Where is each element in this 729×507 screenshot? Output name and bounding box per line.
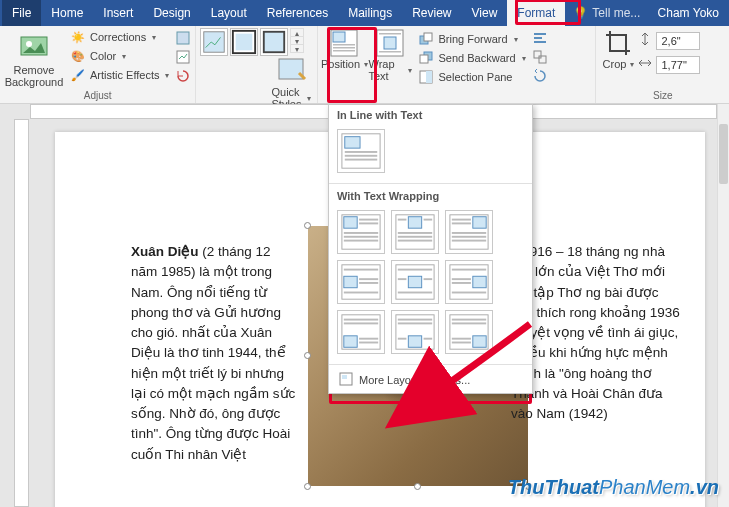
dropdown-section-inline: In Line with Text: [329, 105, 532, 125]
annotation-arrow: [430, 314, 540, 408]
position-option-inline[interactable]: [337, 129, 385, 173]
svg-rect-84: [398, 338, 407, 340]
send-backward-button[interactable]: Send Backward ▾: [414, 49, 529, 67]
artistic-effects-button[interactable]: 🖌️ Artistic Effects ▾: [66, 66, 173, 84]
svg-rect-14: [333, 50, 355, 52]
svg-rect-51: [452, 219, 471, 221]
position-label: Position: [321, 58, 360, 70]
svg-rect-77: [344, 322, 378, 324]
svg-rect-78: [359, 338, 378, 340]
group-size: Crop▾ Size: [596, 26, 729, 103]
tab-format[interactable]: Format: [507, 0, 565, 26]
corrections-icon: ☀️: [70, 29, 86, 45]
svg-rect-81: [408, 336, 421, 347]
tell-me-label: Tell me...: [592, 6, 640, 20]
ribbon: Remove Background ☀️ Corrections ▾ 🎨 Col…: [0, 26, 729, 104]
rotate-icon[interactable]: [532, 68, 548, 86]
svg-rect-47: [398, 236, 432, 238]
position-option[interactable]: [445, 210, 493, 254]
selection-pane-button[interactable]: Selection Pane: [414, 68, 529, 86]
chevron-down-icon: ▾: [152, 33, 156, 42]
more-layout-icon: [339, 372, 353, 388]
svg-rect-75: [344, 336, 357, 347]
tab-references[interactable]: References: [257, 0, 338, 26]
gallery-more-icon[interactable]: ▾: [290, 44, 304, 53]
svg-point-1: [26, 41, 32, 47]
picture-style-thumb[interactable]: [260, 28, 288, 56]
position-option[interactable]: [445, 260, 493, 304]
remove-background-icon: [18, 30, 50, 62]
picture-style-thumb[interactable]: [200, 28, 228, 56]
svg-rect-63: [408, 276, 421, 287]
ruler-vertical[interactable]: [14, 119, 29, 507]
svg-rect-50: [473, 217, 486, 228]
user-account[interactable]: Cham Yoko: [648, 0, 729, 26]
corrections-button[interactable]: ☀️ Corrections ▾: [66, 28, 173, 46]
svg-rect-54: [452, 236, 486, 238]
quick-styles-button[interactable]: Quick Styles▾: [271, 56, 311, 110]
send-backward-icon: [418, 50, 434, 66]
color-button[interactable]: 🎨 Color ▾: [66, 47, 173, 65]
tab-file[interactable]: File: [2, 0, 41, 26]
svg-rect-28: [534, 51, 541, 58]
height-input[interactable]: [656, 32, 700, 50]
svg-rect-29: [539, 56, 546, 63]
tab-insert[interactable]: Insert: [93, 0, 143, 26]
resize-handle[interactable]: [304, 352, 311, 359]
width-input[interactable]: [656, 56, 700, 74]
compress-pictures-icon[interactable]: [175, 30, 191, 48]
tab-review[interactable]: Review: [402, 0, 461, 26]
svg-rect-36: [344, 217, 357, 228]
crop-icon: [602, 28, 634, 58]
position-option[interactable]: [337, 260, 385, 304]
remove-background-button[interactable]: Remove Background: [4, 28, 64, 88]
group-size-label: Size: [600, 89, 725, 103]
change-picture-icon[interactable]: [175, 49, 191, 67]
svg-rect-57: [344, 276, 357, 287]
bring-forward-button[interactable]: Bring Forward ▾: [414, 30, 529, 48]
tab-layout[interactable]: Layout: [201, 0, 257, 26]
resize-handle[interactable]: [304, 222, 311, 229]
picture-style-thumb[interactable]: [230, 28, 258, 56]
resize-handle[interactable]: [304, 483, 311, 490]
svg-rect-71: [452, 278, 471, 280]
wrap-text-button[interactable]: Wrap Text▾: [368, 28, 412, 82]
group-adjust: Remove Background ☀️ Corrections ▾ 🎨 Col…: [0, 26, 196, 103]
resize-handle[interactable]: [414, 483, 421, 490]
crop-button[interactable]: Crop▾: [600, 28, 636, 70]
reset-picture-icon[interactable]: [175, 68, 191, 86]
bring-forward-label: Bring Forward: [438, 33, 507, 45]
tell-me-search[interactable]: 💡 Tell me...: [565, 0, 647, 26]
svg-rect-45: [424, 219, 433, 221]
align-icon[interactable]: [532, 30, 548, 48]
svg-rect-83: [398, 322, 432, 324]
svg-rect-32: [345, 151, 377, 153]
position-option[interactable]: [391, 210, 439, 254]
svg-rect-22: [420, 55, 428, 63]
selection-pane-icon: [418, 69, 434, 85]
svg-rect-40: [344, 236, 378, 238]
svg-rect-43: [408, 217, 421, 228]
svg-rect-13: [333, 47, 355, 49]
chevron-down-icon: ▾: [122, 52, 126, 61]
position-option[interactable]: [337, 210, 385, 254]
tab-view[interactable]: View: [462, 0, 508, 26]
bring-forward-icon: [418, 31, 434, 47]
svg-rect-82: [398, 319, 432, 321]
scrollbar-vertical[interactable]: [717, 104, 729, 507]
width-icon: [638, 56, 652, 74]
artistic-effects-label: Artistic Effects: [90, 69, 159, 81]
group-icon[interactable]: [532, 49, 548, 67]
position-button[interactable]: Position▾: [322, 28, 366, 70]
tab-design[interactable]: Design: [143, 0, 200, 26]
tab-mailings[interactable]: Mailings: [338, 0, 402, 26]
tab-home[interactable]: Home: [41, 0, 93, 26]
color-icon: 🎨: [70, 48, 86, 64]
height-icon: [638, 32, 652, 50]
svg-rect-70: [452, 269, 486, 271]
position-option[interactable]: [337, 310, 385, 354]
position-option[interactable]: [391, 260, 439, 304]
svg-rect-93: [342, 375, 347, 379]
svg-rect-52: [452, 222, 471, 224]
svg-rect-73: [452, 292, 486, 294]
